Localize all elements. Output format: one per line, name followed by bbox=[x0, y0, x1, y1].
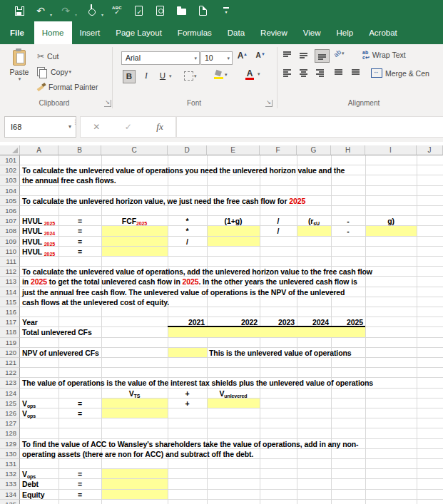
format-painter-button[interactable]: Format Painter bbox=[37, 83, 98, 91]
row-header-115[interactable]: 115 bbox=[0, 297, 20, 307]
row-header-133[interactable]: 133 bbox=[0, 479, 20, 489]
cell-B126[interactable]: = bbox=[58, 408, 101, 418]
row-header-114[interactable]: 114 bbox=[0, 287, 20, 297]
row-header-116[interactable]: 116 bbox=[0, 307, 20, 317]
cell-B132[interactable]: = bbox=[58, 469, 101, 479]
cell-A110[interactable]: HVUL 2025 bbox=[22, 247, 55, 257]
align-center-button[interactable] bbox=[299, 68, 308, 76]
font-color-button[interactable]: A ▾ bbox=[245, 70, 260, 78]
cell-A123[interactable]: The value of operations is the value of … bbox=[22, 378, 373, 388]
decrease-indent-button[interactable] bbox=[334, 68, 343, 76]
cell-A134[interactable]: Equity bbox=[22, 490, 45, 500]
orientation-button[interactable]: ab ▾ bbox=[334, 50, 345, 57]
cell-C110[interactable] bbox=[102, 247, 168, 256]
column-header-I[interactable]: I bbox=[365, 145, 417, 156]
row-header-112[interactable]: 112 bbox=[0, 267, 20, 277]
cell-H108[interactable]: - bbox=[331, 226, 365, 236]
borders-button[interactable]: ▾ bbox=[184, 71, 197, 81]
cell-D118[interactable] bbox=[168, 327, 365, 336]
row-header-104[interactable]: 104 bbox=[0, 186, 20, 196]
cell-C134[interactable] bbox=[102, 490, 168, 499]
cell-C108[interactable] bbox=[102, 226, 168, 235]
row-header-119[interactable]: 119 bbox=[0, 338, 20, 348]
cell-B125[interactable]: = bbox=[58, 398, 101, 408]
row-header-108[interactable]: 108 bbox=[0, 226, 20, 236]
redo-icon[interactable]: ↷▾ bbox=[60, 5, 71, 16]
increase-indent-button[interactable] bbox=[351, 68, 360, 76]
customize-quick-access-icon[interactable]: ▾ bbox=[220, 5, 232, 16]
cut-button[interactable]: ✂ Cut bbox=[37, 51, 58, 61]
cell-D107[interactable]: * bbox=[168, 216, 207, 226]
cell-A103[interactable]: the annual free cash flows. bbox=[22, 175, 116, 185]
cell-A125[interactable]: Vops bbox=[22, 398, 36, 408]
row-header-131[interactable]: 131 bbox=[0, 459, 20, 469]
decrease-font-size-button[interactable]: A▼ bbox=[253, 51, 263, 60]
cell-E120[interactable]: This is the unlevered value of operation… bbox=[209, 348, 352, 358]
tab-data[interactable]: Data bbox=[220, 21, 253, 44]
row-header-103[interactable]: 103 bbox=[0, 175, 20, 185]
column-header-G[interactable]: G bbox=[297, 145, 331, 156]
cell-H107[interactable]: - bbox=[331, 216, 365, 226]
row-header-125[interactable]: 125 bbox=[0, 398, 20, 408]
row-header-106[interactable]: 106 bbox=[0, 206, 20, 216]
cell-A105[interactable]: To calculate the unlevered horizon value… bbox=[22, 196, 305, 206]
open-icon[interactable] bbox=[175, 5, 187, 16]
cell-D125[interactable]: + bbox=[168, 398, 207, 408]
formula-bar-splitter[interactable]: ⋮ bbox=[72, 120, 78, 124]
row-header-110[interactable]: 110 bbox=[0, 247, 20, 257]
row-header-101[interactable]: 101 bbox=[0, 155, 20, 165]
cell-E109[interactable] bbox=[208, 237, 260, 246]
column-header-A[interactable]: A bbox=[20, 145, 58, 156]
cell-B108[interactable]: = bbox=[58, 226, 101, 236]
cell-A114[interactable]: just the annual free cash flow. The unle… bbox=[22, 287, 345, 297]
bold-button[interactable]: B bbox=[123, 70, 136, 83]
font-dialog-launcher-icon[interactable]: ↘ bbox=[265, 100, 273, 107]
row-header-126[interactable]: 126 bbox=[0, 408, 20, 418]
row-header-130[interactable]: 130 bbox=[0, 449, 20, 459]
cell-D109[interactable]: / bbox=[168, 237, 207, 247]
paste-button[interactable]: Paste ▾ bbox=[7, 50, 31, 82]
chevron-down-icon[interactable]: ▾ bbox=[194, 73, 197, 79]
align-right-button[interactable] bbox=[315, 68, 325, 76]
tab-view[interactable]: View bbox=[295, 21, 329, 44]
select-all-corner[interactable] bbox=[0, 145, 20, 156]
font-size-combo[interactable]: 10▾ bbox=[200, 51, 233, 65]
column-header-B[interactable]: B bbox=[58, 145, 101, 156]
row-header-121[interactable]: 121 bbox=[0, 358, 20, 368]
cell-C132[interactable] bbox=[102, 469, 168, 478]
tab-file[interactable]: File bbox=[0, 21, 34, 44]
insert-function-icon[interactable]: fx bbox=[156, 121, 163, 133]
cell-A102[interactable]: To calculate the unlevered value of oper… bbox=[22, 165, 345, 175]
cell-I107[interactable]: g) bbox=[365, 216, 417, 226]
cell-A132[interactable]: Vops bbox=[22, 469, 36, 479]
row-header-129[interactable]: 129 bbox=[0, 439, 20, 449]
cancel-icon[interactable]: ✕ bbox=[93, 122, 100, 132]
cell-D117[interactable]: 2021 bbox=[168, 317, 205, 327]
touch-mode-icon[interactable]: ▾ bbox=[86, 5, 98, 16]
cell-D120[interactable] bbox=[168, 348, 207, 357]
quick-print-icon[interactable] bbox=[133, 5, 144, 16]
cell-B109[interactable]: = bbox=[58, 237, 101, 247]
cell-A107[interactable]: HVUL 2025 bbox=[22, 216, 55, 226]
cell-C133[interactable] bbox=[102, 479, 168, 488]
cell-C124[interactable]: VTS bbox=[101, 389, 168, 398]
cell-B133[interactable]: = bbox=[58, 479, 101, 489]
cell-H117[interactable]: 2025 bbox=[331, 317, 363, 327]
save-icon[interactable] bbox=[14, 5, 25, 16]
chevron-down-icon[interactable]: ▾ bbox=[258, 71, 260, 77]
row-header-123[interactable]: 123 bbox=[0, 378, 20, 388]
row-header-128[interactable]: 128 bbox=[0, 428, 20, 438]
middle-align-button[interactable] bbox=[299, 51, 308, 59]
chevron-down-icon[interactable]: ▾ bbox=[194, 52, 197, 64]
tab-insert[interactable]: Insert bbox=[72, 21, 108, 44]
cell-D124[interactable]: + bbox=[168, 389, 207, 398]
cell-E108[interactable] bbox=[208, 226, 260, 235]
paste-dropdown-icon[interactable]: ▾ bbox=[19, 76, 21, 82]
cell-A133[interactable]: Debt bbox=[22, 479, 39, 489]
cell-A126[interactable]: Vops bbox=[22, 408, 36, 418]
cell-E124[interactable]: Vunlevered bbox=[207, 389, 260, 398]
cell-E125[interactable] bbox=[208, 398, 260, 408]
cell-C109[interactable] bbox=[102, 237, 168, 246]
cell-B110[interactable]: = bbox=[58, 247, 101, 257]
cell-C126[interactable] bbox=[102, 408, 168, 418]
